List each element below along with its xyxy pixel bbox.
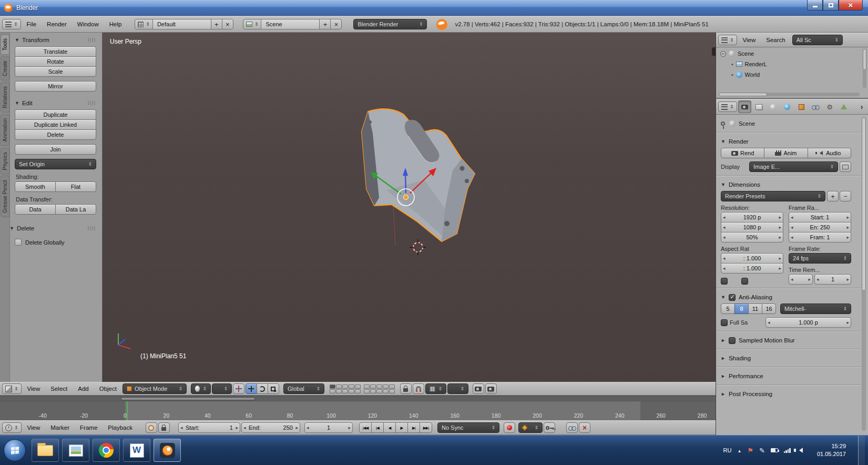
panel-grip-icon[interactable] <box>88 101 96 105</box>
panel-header-render[interactable]: ▼Render <box>721 136 851 147</box>
menu-help[interactable]: Help <box>105 21 127 27</box>
photo-viewer-taskbar-button[interactable] <box>62 439 89 462</box>
language-indicator[interactable]: RU <box>723 447 732 453</box>
editor-type-selector-info[interactable] <box>2 19 21 29</box>
time-remap-old-field[interactable] <box>789 274 813 285</box>
layer-toggle[interactable] <box>389 385 395 389</box>
panel-header-dimensions[interactable]: ▼Dimensions <box>721 179 851 190</box>
remove-preset-button[interactable] <box>840 191 851 201</box>
battery-icon[interactable] <box>771 448 778 452</box>
tab-animation[interactable]: Animation <box>1 114 9 146</box>
menu-window[interactable]: Window <box>73 21 104 27</box>
editor-type-selector-timeline[interactable] <box>2 422 22 433</box>
shade-smooth-button[interactable]: Smooth <box>15 181 56 192</box>
minimize-button[interactable] <box>807 0 823 11</box>
layer-toggle[interactable] <box>376 385 382 389</box>
play-button[interactable]: ▶ <box>395 422 408 433</box>
shade-flat-button[interactable]: Flat <box>55 181 96 192</box>
menu-add[interactable]: Add <box>73 386 93 392</box>
timeline-scrollbar[interactable] <box>0 396 716 401</box>
opengl-render-still-button[interactable] <box>473 383 484 394</box>
prev-keyframe-button[interactable]: |◀ <box>371 422 384 433</box>
show-desktop-button[interactable] <box>858 436 865 465</box>
jump-to-start-button[interactable]: |◀◀ <box>359 422 372 433</box>
menu-marker[interactable]: Marker <box>46 424 74 431</box>
join-button[interactable]: Join <box>15 144 96 155</box>
show-hidden-icons-arrow[interactable] <box>737 447 741 453</box>
tab-scroll-arrow[interactable] <box>857 102 866 112</box>
pivot-center-menu[interactable] <box>212 383 232 394</box>
play-reverse-button[interactable]: ◀ <box>383 422 396 433</box>
scrollbar-handle[interactable] <box>863 49 866 70</box>
keying-type-menu[interactable] <box>518 422 543 433</box>
pen-icon[interactable] <box>759 447 765 454</box>
outliner-display-mode-menu[interactable]: All Sc <box>792 35 843 45</box>
lock-frame-button[interactable] <box>158 422 170 433</box>
unlink-button[interactable] <box>579 422 590 433</box>
next-keyframe-button[interactable]: ▶| <box>407 422 420 433</box>
menu-view[interactable]: View <box>23 424 45 431</box>
tab-grease-pencil[interactable]: Grease Pencil <box>1 176 9 217</box>
transfer-data-layout-button[interactable]: Data La <box>55 204 96 215</box>
link-markers-button[interactable] <box>566 422 578 433</box>
delete-button[interactable]: Delete <box>15 129 96 140</box>
transfer-data-button[interactable]: Data <box>15 204 56 215</box>
full-sample-checkbox[interactable] <box>721 319 728 326</box>
panel-grip-icon[interactable] <box>88 226 96 230</box>
menu-playback[interactable]: Playback <box>103 424 137 431</box>
resolution-y-field[interactable]: 1080 p <box>721 222 783 232</box>
scale-button[interactable]: Scale <box>15 66 96 77</box>
collapse-circle-icon[interactable] <box>720 51 726 57</box>
frame-step-field[interactable]: Fram: 1 <box>789 232 851 242</box>
close-button[interactable] <box>839 0 863 11</box>
layer-toggle[interactable] <box>342 389 348 393</box>
panel-header-post-processing[interactable]: ►Post Processing <box>721 389 851 399</box>
action-center-flag-icon[interactable] <box>747 447 753 454</box>
snap-element-menu[interactable] <box>425 383 446 394</box>
translate-manipulator-button[interactable] <box>246 383 257 394</box>
mesh-object[interactable] <box>362 109 475 241</box>
tab-object-data[interactable] <box>838 100 851 113</box>
render-still-button[interactable]: Rend <box>721 148 764 158</box>
display-mode-menu[interactable]: Image E... <box>749 161 838 172</box>
add-scene-button[interactable] <box>319 19 331 29</box>
properties-vscrollbar[interactable] <box>862 117 866 431</box>
word-taskbar-button[interactable] <box>123 439 150 462</box>
tab-world[interactable] <box>781 100 794 113</box>
aspect-x-field[interactable]: : 1.000 <box>721 253 783 264</box>
render-presets-menu[interactable]: Render Presets <box>721 191 825 201</box>
panel-header-sampled-motion-blur[interactable]: ►Sampled Motion Blur <box>721 335 851 346</box>
record-button[interactable] <box>504 422 515 433</box>
menu-view[interactable]: View <box>23 386 45 392</box>
aa-samples-8-button[interactable]: 8 <box>734 304 749 314</box>
viewport-shading-menu[interactable] <box>191 383 211 394</box>
3d-viewport[interactable]: User Persp (1) MiniPlan5 51 <box>103 33 716 382</box>
layer-toggle[interactable] <box>383 389 389 393</box>
tree-item-scene[interactable]: Scene <box>716 48 868 59</box>
tab-object[interactable] <box>795 100 808 113</box>
tab-tools[interactable]: Tools <box>1 34 9 55</box>
current-frame-field[interactable]: 1 <box>304 422 353 433</box>
layer-toggle[interactable] <box>349 385 354 389</box>
manipulator-toggle-button[interactable] <box>233 383 244 394</box>
motion-blur-checkbox[interactable] <box>729 337 736 344</box>
region-toggle-icon[interactable] <box>712 47 716 56</box>
aa-filter-menu[interactable]: Mitchell- <box>780 304 851 314</box>
end-frame-field[interactable]: End:250 <box>241 422 300 433</box>
mode-menu[interactable]: Object Mode <box>122 383 187 394</box>
snap-toggle-button[interactable] <box>413 383 424 394</box>
layer-toggle[interactable] <box>355 385 361 389</box>
menu-render[interactable]: Render <box>42 21 72 27</box>
panel-header-delete[interactable]: ▼Delete <box>9 222 96 235</box>
panel-header-edit[interactable]: ▼Edit <box>15 97 96 109</box>
editor-type-selector-3dview[interactable] <box>2 383 22 394</box>
tree-item-world[interactable]: World <box>716 69 868 80</box>
panel-grip-icon[interactable] <box>88 38 96 42</box>
aa-samples-16-button[interactable]: 16 <box>762 304 776 314</box>
aspect-y-field[interactable]: : 1.000 <box>721 263 783 274</box>
tab-relations[interactable]: Relations <box>1 82 9 113</box>
tab-constraints[interactable] <box>809 100 822 113</box>
clock[interactable]: 15:29 01.05.2017 <box>817 442 846 459</box>
screen-layout-field[interactable]: Default <box>152 19 211 29</box>
render-audio-button[interactable]: Audio <box>808 148 851 158</box>
